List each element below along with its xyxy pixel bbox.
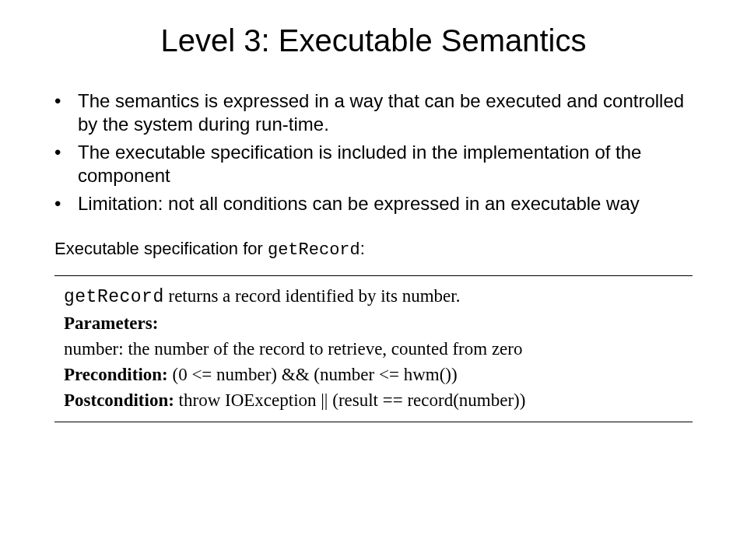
bullet-item: The semantics is expressed in a way that…	[54, 89, 708, 136]
pre-expr: (0 <= number) && (number <= hwm())	[168, 365, 458, 384]
params-label: Parameters:	[64, 311, 683, 335]
intro-code: getRecord	[268, 240, 360, 260]
bullet-item: Limitation: not all conditions can be ex…	[54, 192, 708, 215]
slide-title: Level 3: Executable Semantics	[39, 23, 708, 58]
postcondition: Postcondition: throw IOException || (res…	[64, 388, 683, 412]
intro-prefix: Executable specification for	[54, 239, 268, 258]
post-label: Postcondition:	[64, 390, 174, 410]
spec-box: getRecord returns a record identified by…	[54, 275, 693, 422]
post-expr: throw IOException || (result == record(n…	[174, 390, 526, 410]
intro-suffix: :	[360, 239, 365, 258]
bullet-item: The executable specification is included…	[54, 141, 708, 187]
spec-desc: getRecord returns a record identified by…	[64, 284, 683, 310]
bullet-list: The semantics is expressed in a way that…	[54, 89, 708, 215]
spec-fn-desc: returns a record identified by its numbe…	[164, 286, 461, 306]
pre-label: Precondition:	[64, 365, 168, 384]
spec-fn: getRecord	[64, 287, 164, 307]
param-line: number: the number of the record to retr…	[64, 337, 683, 361]
precondition: Precondition: (0 <= number) && (number <…	[64, 362, 683, 387]
spec-intro: Executable specification for getRecord:	[54, 239, 708, 260]
